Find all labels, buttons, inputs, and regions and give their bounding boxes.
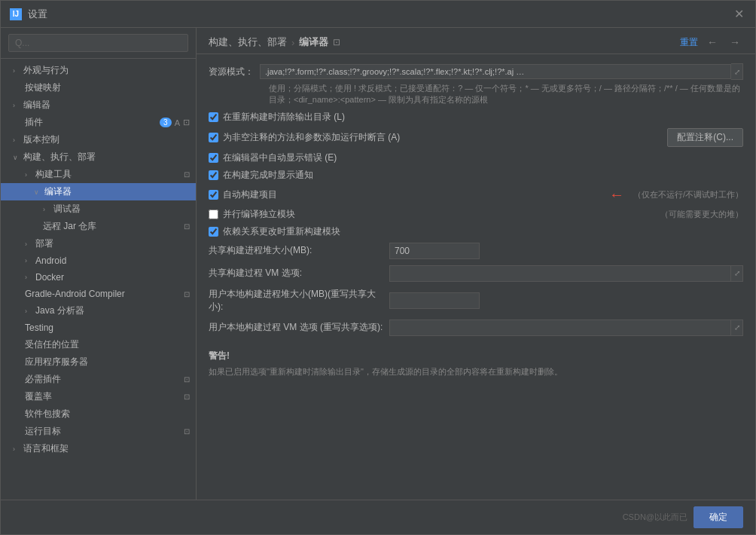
field-heap-size: 共享构建进程堆大小(MB): <box>209 243 743 259</box>
expand-arrow: › <box>25 257 34 264</box>
checkbox-parallel-compile-label[interactable]: 并行编译独立模块 <box>223 208 651 221</box>
checkbox-rebuild-on-deps-input[interactable] <box>209 227 218 237</box>
search-box <box>1 28 196 59</box>
close-button[interactable]: ✕ <box>731 7 746 22</box>
expand-arrow: › <box>25 240 34 248</box>
checkbox-clear-output: 在重新构建时清除输出目录 (L) <box>209 111 743 124</box>
sidebar-item-android[interactable]: › Android <box>1 252 196 269</box>
checkbox-parallel-compile: 并行编译独立模块 （可能需要更大的堆） <box>209 208 743 221</box>
checkbox-show-notification-label[interactable]: 在构建完成时显示通知 <box>223 169 743 182</box>
sidebar-item-debugger[interactable]: › 调试器 <box>1 200 196 218</box>
sidebar-item-deploy[interactable]: › 部署 <box>1 235 196 252</box>
field-vm-label: 共享构建过程 VM 选项: <box>209 267 389 280</box>
content-header: 构建、执行、部署 › 编译器 ⊡ 重置 ← → <box>197 28 755 54</box>
settings-dialog: IJ 设置 ✕ › 外观与行为 按键映射 › <box>0 0 756 535</box>
watermark: CSDN@以此而已 <box>623 512 687 523</box>
sidebar-item-plugins[interactable]: 插件 3 A ⊡ <box>1 114 196 131</box>
config-icon: ⊡ <box>184 375 190 384</box>
config-icon: ⊡ <box>184 290 190 298</box>
sidebar-item-remote-jar[interactable]: 远程 Jar 仓库 ⊡ <box>1 218 196 235</box>
sidebar-item-languages[interactable]: › 语言和框架 <box>1 440 196 457</box>
checkbox-parallel-compile-input[interactable] <box>209 209 218 219</box>
plugin-icon2: ⊡ <box>183 118 190 127</box>
forward-button[interactable]: → <box>727 36 743 48</box>
breadcrumb-sep: › <box>291 37 294 48</box>
checkbox-assertions: 为非空注释的方法和参数添加运行时断言 (A) 配置注释(C)... <box>209 128 743 147</box>
sidebar: › 外观与行为 按键映射 › 编辑器 插件 3 A ⊡ <box>1 28 197 500</box>
field-vm-expand-btn[interactable]: ⤢ <box>731 265 743 282</box>
breadcrumb-current: 编译器 <box>299 35 328 49</box>
checkbox-clear-output-input[interactable] <box>209 112 218 122</box>
sidebar-item-testing[interactable]: Testing <box>1 319 196 336</box>
resource-mode-expand-btn[interactable]: ⤢ <box>731 63 743 80</box>
checkbox-auto-build-label[interactable]: 自动构建项目 <box>223 188 603 201</box>
checkbox-clear-output-label[interactable]: 在重新构建时清除输出目录 (L) <box>223 111 743 124</box>
checkbox-assertions-label[interactable]: 为非空注释的方法和参数添加运行时断言 (A) <box>223 131 667 144</box>
field-user-heap-input[interactable] <box>389 292 480 309</box>
sidebar-item-package-search[interactable]: 软件包搜索 <box>1 405 196 423</box>
checkbox-assertions-input[interactable] <box>209 133 218 142</box>
field-user-heap-label: 用户本地构建进程堆大小(MB)(重写共享大小): <box>209 288 389 313</box>
main-content: › 外观与行为 按键映射 › 编辑器 插件 3 A ⊡ <box>1 28 755 500</box>
field-user-vm: 用户本地构建过程 VM 选项 (重写共享选项): ⤢ <box>209 319 743 336</box>
back-button[interactable]: ← <box>704 36 721 48</box>
ok-button[interactable]: 确定 <box>694 506 743 528</box>
checkbox-auto-build: 自动构建项目 ← （仅在不运行/不调试时工作） <box>209 186 743 203</box>
sidebar-item-gradle-android[interactable]: Gradle-Android Compiler ⊡ <box>1 286 196 302</box>
config-icon: ⊡ <box>184 393 190 401</box>
checkbox-show-errors: 在编辑器中自动显示错误 (E) <box>209 151 743 164</box>
sidebar-item-vcs[interactable]: › 版本控制 <box>1 131 196 148</box>
expand-arrow: › <box>25 274 34 281</box>
expand-arrow: › <box>13 67 22 75</box>
expand-arrow: › <box>25 171 34 179</box>
content-panel: 构建、执行、部署 › 编译器 ⊡ 重置 ← → 资源模式： ⤢ <box>197 28 755 500</box>
search-input[interactable] <box>8 34 188 52</box>
warning-text: 如果已启用选项"重新构建时清除输出目录"，存储生成源的目录的全部内容将在重新构建… <box>209 365 743 378</box>
sidebar-item-docker[interactable]: › Docker <box>1 269 196 286</box>
expand-arrow: › <box>13 445 22 453</box>
sidebar-item-coverage[interactable]: 覆盖率 ⊡ <box>1 388 196 405</box>
checkbox-auto-build-input[interactable] <box>209 190 218 200</box>
configure-annotations-button[interactable]: 配置注释(C)... <box>667 128 743 147</box>
sidebar-item-keymap[interactable]: 按键映射 <box>1 79 196 96</box>
expand-arrow: ∨ <box>34 188 43 196</box>
field-heap-label: 共享构建进程堆大小(MB): <box>209 244 389 257</box>
field-user-vm-input[interactable] <box>389 319 731 336</box>
field-heap-input[interactable] <box>389 243 480 259</box>
checkbox-show-errors-input[interactable] <box>209 153 218 163</box>
sidebar-item-build[interactable]: ∨ 构建、执行、部署 <box>1 148 196 166</box>
expand-arrow: ∨ <box>13 154 22 161</box>
expand-arrow: › <box>43 206 52 213</box>
sidebar-item-run-targets[interactable]: 运行目标 ⊡ <box>1 423 196 440</box>
sidebar-item-app-servers[interactable]: 应用程序服务器 <box>1 353 196 371</box>
sidebar-item-java-analyzer[interactable]: › Java 分析器 <box>1 302 196 319</box>
bottom-bar: CSDN@以此而已 确定 <box>1 500 755 534</box>
sidebar-item-editor[interactable]: › 编辑器 <box>1 96 196 114</box>
checkbox-rebuild-on-deps: 依赖关系更改时重新构建模块 <box>209 225 743 238</box>
field-user-vm-expand-btn[interactable]: ⤢ <box>731 319 743 336</box>
field-vm-input[interactable] <box>389 265 731 282</box>
checkbox-rebuild-on-deps-label[interactable]: 依赖关系更改时重新构建模块 <box>223 225 743 238</box>
warning-box: 警告! 如果已启用选项"重新构建时清除输出目录"，存储生成源的目录的全部内容将在… <box>209 342 743 378</box>
sidebar-item-appearance[interactable]: › 外观与行为 <box>1 62 196 79</box>
reset-link[interactable]: 重置 <box>680 36 698 49</box>
sidebar-item-build-tools[interactable]: › 构建工具 ⊡ <box>1 166 196 183</box>
nav-tree: › 外观与行为 按键映射 › 编辑器 插件 3 A ⊡ <box>1 59 196 460</box>
sidebar-item-required-plugins[interactable]: 必需插件 ⊡ <box>1 371 196 388</box>
auto-build-note: （仅在不运行/不调试时工作） <box>633 189 743 200</box>
breadcrumb: 构建、执行、部署 › 编译器 ⊡ <box>209 35 340 49</box>
app-icon: IJ <box>10 8 22 20</box>
checkbox-show-errors-label[interactable]: 在编辑器中自动显示错误 (E) <box>223 151 743 164</box>
field-vm-options: 共享构建过程 VM 选项: ⤢ <box>209 265 743 282</box>
field-user-heap: 用户本地构建进程堆大小(MB)(重写共享大小): <box>209 288 743 313</box>
sidebar-item-compiler[interactable]: ∨ 编译器 <box>1 183 196 200</box>
checkbox-show-notification-input[interactable] <box>209 170 218 180</box>
sidebar-item-trusted[interactable]: 受信任的位置 <box>1 336 196 353</box>
resource-mode-label: 资源模式： <box>209 66 254 78</box>
parallel-note: （可能需要更大的堆） <box>660 209 743 220</box>
expand-arrow: › <box>13 102 22 109</box>
expand-arrow: › <box>25 307 34 315</box>
content-body: 资源模式： ⤢ 使用；分隔模式；使用 ! 求反模式；已接受通配符：? — 仅一个… <box>197 54 755 500</box>
resource-mode-input[interactable] <box>260 64 731 79</box>
field-user-vm-label: 用户本地构建过程 VM 选项 (重写共享选项): <box>209 321 389 334</box>
